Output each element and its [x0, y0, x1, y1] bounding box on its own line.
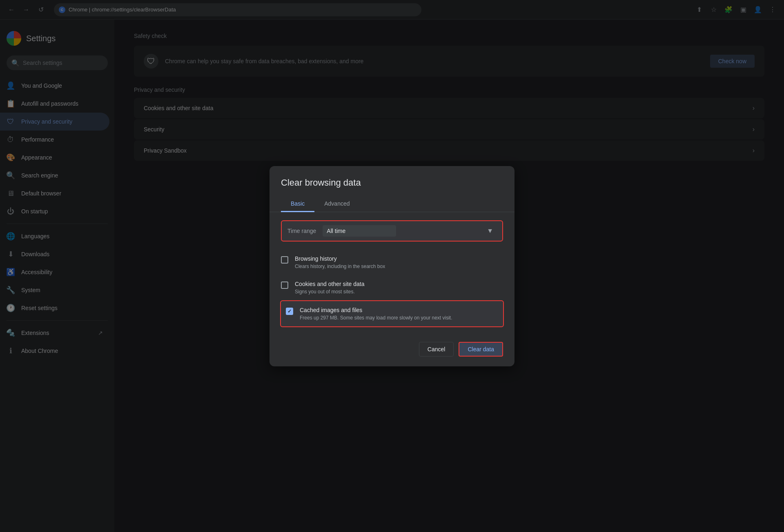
- cached-desc: Frees up 297 MB. Some sites may load mor…: [300, 315, 452, 321]
- time-range-select-wrapper: Last hour Last 24 hours Last 7 days Last…: [323, 225, 497, 237]
- dialog-tabs: Basic Advanced: [270, 196, 514, 212]
- tab-advanced[interactable]: Advanced: [314, 196, 359, 212]
- cancel-button[interactable]: Cancel: [419, 342, 454, 357]
- time-range-select[interactable]: Last hour Last 24 hours Last 7 days Last…: [323, 225, 396, 237]
- cached-content: Cached images and files Frees up 297 MB.…: [300, 307, 452, 321]
- browsing-history-checkbox[interactable]: [281, 256, 288, 264]
- checkbox-item-browsing-history: Browsing history Clears history, includi…: [281, 250, 503, 275]
- dialog-body: Time range Last hour Last 24 hours Last …: [270, 212, 514, 335]
- modal-overlay: Clear browsing data Basic Advanced Time …: [0, 0, 784, 532]
- clear-data-button[interactable]: Clear data: [459, 342, 503, 357]
- checkbox-item-cached: Cached images and files Frees up 297 MB.…: [280, 300, 504, 327]
- browsing-history-checkbox-wrapper: [281, 256, 288, 264]
- select-dropdown-icon: ▼: [487, 227, 493, 235]
- clear-browsing-data-dialog: Clear browsing data Basic Advanced Time …: [270, 166, 514, 366]
- dialog-footer: Cancel Clear data: [270, 335, 514, 366]
- dialog-title: Clear browsing data: [270, 166, 514, 196]
- cookies-content: Cookies and other site data Signs you ou…: [295, 281, 364, 295]
- browsing-history-desc: Clears history, including in the search …: [295, 264, 385, 269]
- tab-basic[interactable]: Basic: [281, 196, 314, 212]
- cached-title: Cached images and files: [300, 307, 452, 313]
- cookies-checkbox-wrapper: [281, 282, 288, 289]
- time-range-label: Time range: [287, 228, 316, 234]
- checkbox-item-cookies: Cookies and other site data Signs you ou…: [281, 275, 503, 300]
- cached-checkbox-wrapper: [286, 308, 293, 315]
- cookies-title: Cookies and other site data: [295, 281, 364, 287]
- cached-checkbox[interactable]: [286, 308, 293, 315]
- cookies-desc: Signs you out of most sites.: [295, 289, 364, 295]
- time-range-row: Time range Last hour Last 24 hours Last …: [281, 220, 503, 242]
- cookies-checkbox[interactable]: [281, 282, 288, 289]
- browsing-history-content: Browsing history Clears history, includi…: [295, 255, 385, 269]
- browsing-history-title: Browsing history: [295, 255, 385, 262]
